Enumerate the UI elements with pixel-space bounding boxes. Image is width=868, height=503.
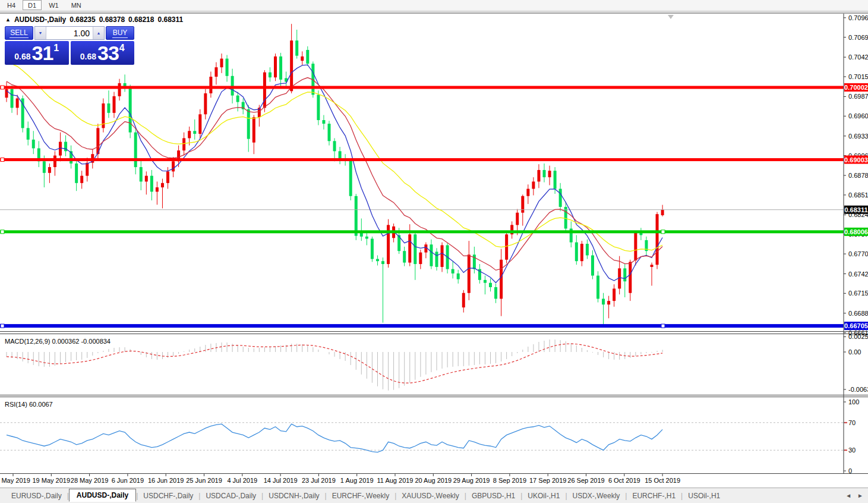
tab-scroll-arrows: ◄ ► [845,492,863,499]
svg-text:0.70420: 0.70420 [848,54,868,61]
svg-text:0.002574: 0.002574 [848,333,868,340]
chart-tab-ukoil-h1[interactable]: UKOil-,H1 [522,489,565,502]
svg-text:16 Jun 2019: 16 Jun 2019 [148,477,184,484]
volume-increase-button[interactable]: ▲ [93,27,104,39]
chart-canvas[interactable]: 0.709650.706950.704200.701500.698750.696… [0,0,868,488]
hline-support-2-right-handle[interactable] [661,324,665,328]
svg-text:0.68006: 0.68006 [844,228,868,235]
rsi-line [7,424,662,452]
ma-fast-line [7,65,662,282]
svg-text:9 May 2019: 9 May 2019 [0,477,30,484]
chart-tab-usdx-weekly[interactable]: USDX-,Weekly [567,489,626,502]
main-price-panel[interactable] [0,24,844,328]
hline-price-tag: 0.69003 [844,156,868,164]
macd-panel[interactable] [7,339,662,391]
svg-text:30: 30 [848,447,856,454]
sell-button[interactable]: SELL [5,26,33,40]
macd-signal-value: -0.000834 [81,338,111,345]
hline-price-tag: 0.70002 [844,83,868,92]
date-axis: 9 May 201919 May 201928 May 20196 Jun 20… [0,474,680,484]
hline-resistance-1-left-handle[interactable] [1,86,4,89]
collapse-triangle-icon[interactable]: ▲ [5,17,11,23]
hline-resistance-2-left-handle[interactable] [1,158,4,162]
chart-svg[interactable]: 0.709650.706950.704200.701500.698750.696… [0,0,868,488]
svg-text:0.69003: 0.69003 [844,156,868,164]
ohlc-close: 0.68311 [157,15,183,24]
hline-support-1-right-handle[interactable] [661,230,665,234]
volume-decrease-button[interactable]: ▼ [35,27,46,39]
ohlc-high: 0.68378 [99,15,125,24]
ma-mid-line [7,78,662,271]
svg-text:0.68785: 0.68785 [848,172,868,179]
buy-price-prefix: 0.68 [80,52,96,61]
timeframe-toolbar: H4D1W1MN [0,0,868,10]
hline-support-2[interactable] [0,324,844,328]
hline-price-tag: 0.66705 [844,322,868,330]
hline-support-1-left-handle[interactable] [1,230,4,234]
timeframe-button-mn[interactable]: MN [66,0,87,10]
ohlc-low: 0.68218 [128,15,154,24]
svg-text:26 Sep 2019: 26 Sep 2019 [567,477,604,484]
svg-text:0.69330: 0.69330 [848,133,868,140]
sell-price-panel[interactable]: 0.68 31 1 [5,41,69,65]
svg-text:17 Sep 2019: 17 Sep 2019 [529,477,566,484]
svg-text:15 Oct 2019: 15 Oct 2019 [645,477,680,484]
chart-symbol-period: AUDUSD-,Daily [14,15,66,24]
svg-text:8 Sep 2019: 8 Sep 2019 [493,477,526,484]
svg-text:19 May 2019: 19 May 2019 [32,477,70,484]
svg-text:11 Aug 2019: 11 Aug 2019 [377,477,414,484]
chart-tab-usdcnh-daily[interactable]: USDCNH-,Daily [263,489,324,502]
rsi-panel[interactable] [0,423,844,452]
chart-tab-audusd-daily[interactable]: AUDUSD-,Daily [69,489,136,502]
chart-tab-usdchf-daily[interactable]: USDCHF-,Daily [138,489,198,502]
svg-text:23 Jul 2019: 23 Jul 2019 [302,477,336,484]
svg-text:14 Jul 2019: 14 Jul 2019 [264,477,298,484]
chart-tab-eurchf-weekly[interactable]: EURCHF-,Weekly [327,489,394,502]
svg-text:20 Aug 2019: 20 Aug 2019 [415,477,452,484]
chart-tab-eurusd-daily[interactable]: EURUSD-,Daily [6,489,67,502]
macd-indicator-label: MACD(12,26,9) 0.000362 -0.000834 [5,338,111,345]
svg-text:0.70150: 0.70150 [848,73,868,80]
chart-tab-xauusd-weekly[interactable]: XAUUSD-,Weekly [396,489,464,502]
chart-tab-eurchf-h1[interactable]: EURCHF-,H1 [627,489,681,502]
svg-text:28 May 2019: 28 May 2019 [71,477,109,484]
buy-button[interactable]: BUY [106,26,134,40]
svg-text:70: 70 [848,419,856,426]
timeframe-button-h4[interactable]: H4 [2,0,21,10]
chart-tab-gbpusd-h1[interactable]: GBPUSD-,H1 [466,489,520,502]
rsi-name: RSI(14) [5,401,27,408]
trading-terminal-window: { "timeframe_toolbar": { "buttons": [ {"… [0,0,868,503]
buy-price-panel[interactable]: 0.68 33 4 [71,41,135,65]
tab-scroll-left-icon[interactable]: ◄ [845,492,851,499]
svg-text:0.69875: 0.69875 [848,93,868,100]
tab-scroll-right-icon[interactable]: ► [857,492,863,499]
svg-text:100: 100 [848,398,859,405]
svg-text:0.66705: 0.66705 [844,322,868,329]
svg-text:0.67155: 0.67155 [848,290,868,297]
timeframe-button-d1[interactable]: D1 [23,0,42,10]
timeframe-button-w1[interactable]: W1 [43,0,64,10]
hline-resistance-2[interactable] [0,158,844,161]
svg-text:0.68311: 0.68311 [844,206,867,213]
current-price-tag: 0.68311 [844,206,868,214]
svg-text:-0.006326: -0.006326 [848,386,868,393]
macd-signal-line [7,344,662,383]
svg-text:0.70002: 0.70002 [844,84,868,91]
macd-main-value: 0.000362 [52,338,79,345]
svg-text:0.70965: 0.70965 [848,14,868,21]
sell-price-prefix: 0.68 [14,52,30,61]
chart-title: ▲ AUDUSD-,Daily 0.68235 0.68378 0.68218 … [5,15,183,24]
hline-resistance-1[interactable] [0,86,844,89]
chart-tab-usoil-h1[interactable]: USOil-,H1 [683,489,725,502]
hline-support-1[interactable] [0,230,844,233]
chart-tab-usdcad-daily[interactable]: USDCAD-,Daily [200,489,261,502]
macd-histogram [7,339,662,391]
svg-text:4 Jul 2019: 4 Jul 2019 [227,477,257,484]
chart-shift-marker-icon[interactable] [668,15,674,19]
svg-text:6 Jun 2019: 6 Jun 2019 [112,477,144,484]
one-click-trading-widget: SELL ▼ ▲ BUY 0.68 31 1 0.68 33 4 [5,26,134,65]
svg-text:29 Aug 2019: 29 Aug 2019 [453,477,490,484]
svg-text:6 Oct 2019: 6 Oct 2019 [608,477,640,484]
hline-support-2-left-handle[interactable] [1,324,4,328]
volume-input[interactable] [46,27,93,39]
